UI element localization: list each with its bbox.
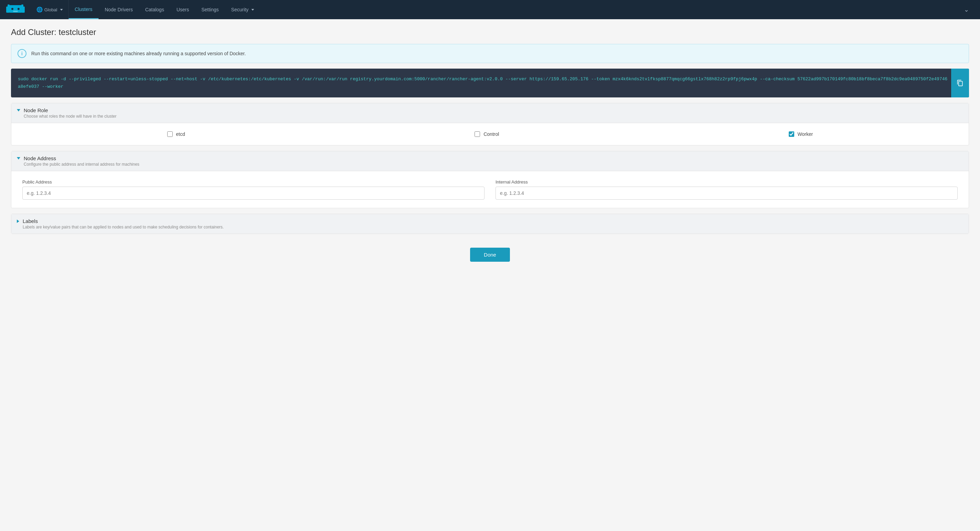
navbar: 🌐 Global Clusters Node Drivers Catalogs …	[0, 0, 980, 19]
navbar-menu-button[interactable]: ⌄	[958, 0, 975, 19]
page-content: Add Cluster: testcluster i Run this comm…	[0, 19, 980, 531]
info-text: Run this command on one or more existing…	[31, 51, 246, 56]
control-checkbox[interactable]	[474, 132, 480, 137]
svg-rect-5	[13, 11, 18, 12]
done-wrapper: Done	[11, 239, 969, 270]
labels-toggle-icon[interactable]	[17, 220, 19, 223]
nav-link-security[interactable]: Security	[225, 0, 260, 19]
etcd-label: etcd	[176, 132, 185, 137]
info-icon: i	[18, 49, 26, 58]
public-address-field: Public Address	[22, 179, 485, 200]
global-dropdown[interactable]: 🌐 Global	[31, 0, 69, 19]
labels-subtitle: Labels are key/value pairs that can be a…	[23, 225, 224, 230]
node-role-section: Node Role Choose what roles the node wil…	[11, 103, 969, 146]
info-banner: i Run this command on one or more existi…	[11, 44, 969, 63]
internal-address-label: Internal Address	[495, 179, 958, 185]
address-fields: Public Address Internal Address	[22, 179, 958, 200]
copy-icon	[957, 79, 964, 86]
node-role-options: etcd Control Worker	[22, 132, 958, 137]
internal-address-input[interactable]	[495, 187, 958, 200]
globe-icon: 🌐	[37, 6, 43, 13]
node-address-toggle-icon[interactable]	[17, 157, 20, 160]
node-role-subtitle: Choose what roles the node will have in …	[24, 114, 116, 119]
nav-link-clusters[interactable]: Clusters	[69, 0, 99, 19]
worker-checkbox[interactable]	[789, 132, 794, 137]
done-button[interactable]: Done	[470, 248, 510, 262]
svg-point-3	[11, 8, 13, 10]
labels-title: Labels	[23, 218, 224, 224]
node-address-title: Node Address	[24, 155, 139, 161]
internal-address-field: Internal Address	[495, 179, 958, 200]
svg-rect-7	[21, 5, 23, 8]
node-role-title: Node Role	[24, 107, 116, 113]
security-chevron-icon	[251, 9, 254, 11]
public-address-label: Public Address	[22, 179, 485, 185]
public-address-input[interactable]	[22, 187, 485, 200]
page-title: Add Cluster: testcluster	[11, 27, 969, 37]
global-chevron-icon	[60, 9, 63, 11]
node-address-section: Node Address Configure the public addres…	[11, 151, 969, 208]
app-logo[interactable]	[0, 0, 31, 19]
control-checkbox-label[interactable]: Control	[474, 132, 499, 137]
navbar-right: ⌄	[958, 0, 980, 19]
worker-checkbox-label[interactable]: Worker	[789, 132, 813, 137]
etcd-checkbox-label[interactable]: etcd	[167, 132, 185, 137]
worker-label: Worker	[798, 132, 813, 137]
node-role-body: etcd Control Worker	[11, 123, 969, 145]
security-label: Security	[231, 7, 248, 12]
global-label: Global	[44, 7, 57, 12]
nav-link-catalogs[interactable]: Catalogs	[139, 0, 170, 19]
svg-rect-6	[8, 5, 10, 8]
nav-link-node-drivers[interactable]: Node Drivers	[99, 0, 139, 19]
command-text: sudo docker run -d --privileged --restar…	[18, 76, 947, 89]
nav-links: Clusters Node Drivers Catalogs Users Set…	[69, 0, 958, 19]
node-address-header: Node Address Configure the public addres…	[11, 151, 969, 171]
etcd-checkbox[interactable]	[167, 132, 173, 137]
labels-header: Labels Labels are key/value pairs that c…	[11, 214, 969, 234]
copy-button[interactable]	[951, 68, 969, 97]
node-address-subtitle: Configure the public address and interna…	[24, 162, 139, 167]
node-role-toggle-icon[interactable]	[17, 109, 20, 111]
node-address-body: Public Address Internal Address	[11, 171, 969, 208]
nav-link-users[interactable]: Users	[170, 0, 196, 19]
nav-link-settings[interactable]: Settings	[195, 0, 225, 19]
labels-section: Labels Labels are key/value pairs that c…	[11, 214, 969, 234]
node-role-header: Node Role Choose what roles the node wil…	[11, 103, 969, 123]
command-block: sudo docker run -d --privileged --restar…	[11, 68, 969, 97]
svg-point-4	[18, 8, 19, 10]
control-label: Control	[484, 132, 499, 137]
